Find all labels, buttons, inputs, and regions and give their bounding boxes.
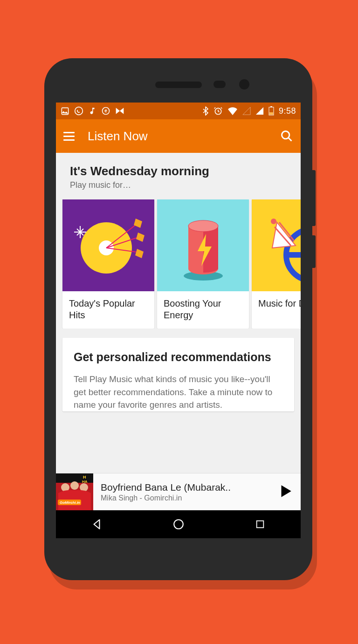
wifi-icon (227, 107, 238, 115)
now-playing-bar[interactable]: H HA GoMirchi.in Boyfriend Bana Le (Muba… (56, 473, 301, 510)
home-button[interactable] (172, 517, 186, 531)
status-clock: 9:58 (279, 106, 296, 116)
play-button[interactable] (277, 483, 296, 501)
svg-text:e: e (104, 108, 107, 113)
svg-text:H: H (83, 475, 86, 480)
music-note-icon (88, 107, 96, 115)
card-boost-energy[interactable]: Boosting Your Energy (157, 199, 249, 329)
svg-point-1 (75, 107, 83, 115)
phone-side-button-2 (312, 235, 316, 268)
phone-frame: e (44, 58, 312, 580)
battery-icon (268, 106, 274, 116)
section-title: It's Wednesday morning (70, 164, 287, 178)
card-label: Today's Popular Hits (62, 291, 154, 329)
alarm-icon (213, 106, 223, 116)
screen: e (56, 103, 301, 538)
svg-point-32 (70, 481, 79, 490)
reco-title: Get personalized recommendations (74, 350, 283, 364)
e-circle-icon: e (101, 106, 110, 116)
bluetooth-icon (202, 106, 209, 116)
card-art (252, 199, 301, 291)
now-playing-art: H HA GoMirchi.in (56, 473, 93, 511)
menu-button[interactable] (63, 130, 76, 143)
svg-rect-37 (256, 521, 263, 528)
app-bar: Listen Now (56, 119, 301, 153)
phone-camera (239, 79, 249, 89)
phone-speaker (155, 82, 202, 88)
card-label: Boosting Your Energy (157, 291, 249, 329)
android-nav-bar (56, 510, 301, 538)
now-playing-title: Boyfriend Bana Le (Mubarak.. (101, 482, 270, 493)
card-art (157, 199, 249, 291)
reco-body: Tell Play Music what kinds of music you … (74, 373, 283, 411)
svg-rect-7 (269, 112, 273, 115)
svg-rect-6 (270, 106, 272, 107)
app-title: Listen Now (88, 129, 280, 144)
butterfly-icon (115, 107, 124, 115)
svg-text:HA: HA (82, 480, 88, 484)
phone-side-button (312, 170, 316, 226)
card-art (62, 199, 154, 291)
recommendations-card[interactable]: Get personalized recommendations Tell Pl… (62, 338, 294, 411)
card-driving[interactable]: Music for Driving (252, 199, 301, 329)
card-label: Music for Driving (252, 291, 301, 317)
phone-sensor (213, 81, 226, 88)
signal-empty-icon (242, 107, 251, 115)
cards-row[interactable]: Today's Popular Hits Boo (56, 190, 301, 329)
svg-text:GoMirchi.in: GoMirchi.in (60, 500, 80, 505)
content: It's Wednesday morning Play music for… (56, 153, 301, 411)
signal-full-icon (255, 107, 264, 115)
svg-point-26 (271, 219, 276, 224)
image-icon (61, 107, 69, 116)
status-bar: e (56, 103, 301, 119)
back-button[interactable] (90, 517, 104, 531)
card-popular-hits[interactable]: Today's Popular Hits (62, 199, 154, 329)
search-button[interactable] (280, 130, 293, 143)
svg-point-8 (282, 131, 289, 139)
recents-button[interactable] (253, 517, 267, 531)
now-playing-artist: Mika Singh - Gomirchi.in (101, 494, 270, 502)
section-subtitle: Play music for… (70, 180, 287, 190)
svg-point-36 (174, 520, 183, 529)
whatsapp-icon (74, 106, 83, 116)
